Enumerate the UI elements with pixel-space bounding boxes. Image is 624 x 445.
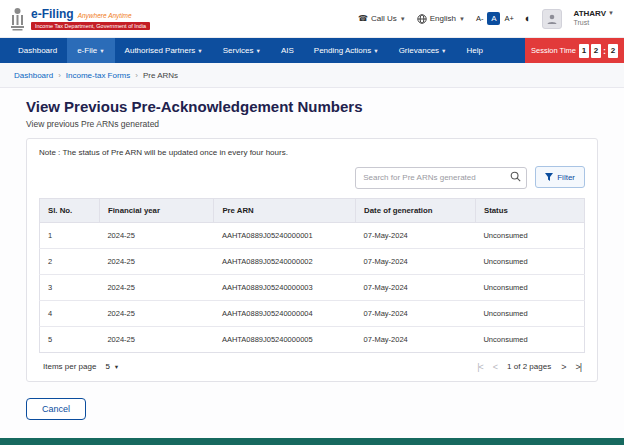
search-icon[interactable] (510, 171, 521, 182)
font-increase-button[interactable]: A+ (504, 14, 513, 23)
top-header: e-Filing Anywhere Anytime Income Tax Dep… (0, 0, 624, 38)
pre-arn-table: Sl. No. Financial year Pre ARN Date of g… (39, 198, 585, 353)
main-content: View Previous Pre-Acknowledgement Number… (0, 88, 624, 438)
nav-spacer (493, 38, 525, 63)
items-per-page: Items per page 5 ▼ (43, 362, 119, 371)
language-menu[interactable]: English ▼ (417, 14, 465, 24)
next-page-button[interactable]: > (561, 362, 565, 372)
table-cell: 3 (40, 274, 100, 300)
col-financial-year: Financial year (99, 198, 213, 222)
govt-emblem-icon (10, 7, 25, 31)
brand: e-Filing Anywhere Anytime Income Tax Dep… (10, 7, 150, 31)
chevron-down-icon: ▼ (400, 16, 406, 22)
table-row: 22024-25AAHTA0889J0524000000207-May-2024… (40, 248, 585, 274)
call-us-menu[interactable]: ☎ Call Us ▼ (358, 14, 406, 23)
nav-item-services[interactable]: Services ▼ (213, 38, 271, 63)
chevron-down-icon: ▼ (197, 48, 202, 54)
chevron-down-icon: ▼ (114, 364, 119, 370)
nav-item-dashboard[interactable]: Dashboard (8, 38, 67, 63)
table-cell: Unconsumed (475, 274, 584, 300)
footer-strip (0, 438, 624, 445)
breadcrumb-pre-arns: Pre ARNs (143, 71, 178, 80)
table-cell: 07-May-2024 (356, 274, 476, 300)
breadcrumb-separator: › (135, 71, 138, 80)
avatar (542, 9, 562, 29)
session-colon: : (603, 46, 606, 56)
table-cell: 07-May-2024 (356, 248, 476, 274)
brand-tagline: Anywhere Anytime (78, 12, 132, 19)
table-cell: 5 (40, 326, 100, 352)
breadcrumb: Dashboard › Income-tax Forms › Pre ARNs (0, 63, 624, 88)
chevron-down-icon: ▼ (255, 48, 260, 54)
nav-item-ais[interactable]: AIS (271, 38, 304, 63)
breadcrumb-dashboard[interactable]: Dashboard (14, 71, 53, 80)
first-page-button[interactable]: |< (477, 362, 483, 372)
status-note: Note : The status of Pre ARN will be upd… (39, 148, 585, 157)
chevron-down-icon: ▼ (373, 48, 378, 54)
session-digit: 2 (608, 44, 618, 58)
table-cell: AAHTA0889J05240000001 (214, 222, 356, 248)
contrast-toggle-icon[interactable]: ◐ (525, 13, 532, 24)
table-cell: 1 (40, 222, 100, 248)
font-decrease-button[interactable]: A- (476, 14, 484, 23)
col-sl-no: Sl. No. (40, 198, 100, 222)
pre-arn-table-body: 12024-25AAHTA0889J0524000000107-May-2024… (40, 222, 585, 352)
nav-item-help[interactable]: Help (457, 38, 493, 63)
phone-icon: ☎ (358, 14, 368, 23)
font-normal-button[interactable]: A (487, 12, 500, 25)
table-row: 12024-25AAHTA0889J0524000000107-May-2024… (40, 222, 585, 248)
user-name: ATHARV (573, 9, 606, 19)
search-row: Filter (39, 166, 585, 189)
pager-controls: |< < 1 of 2 pages > >| (477, 362, 581, 372)
table-row: 42024-25AAHTA0889J0524000000407-May-2024… (40, 300, 585, 326)
session-timer-label: Session Time (531, 46, 576, 55)
table-cell: 07-May-2024 (356, 222, 476, 248)
table-cell: 07-May-2024 (356, 300, 476, 326)
chevron-down-icon: ▼ (441, 48, 446, 54)
col-pre-arn: Pre ARN (214, 198, 356, 222)
user-menu[interactable]: ATHARV ▼ Trust (573, 9, 614, 28)
table-cell: 2024-25 (99, 248, 213, 274)
last-page-button[interactable]: >| (575, 362, 581, 372)
main-nav: Dashboard e-File ▼ Authorised Partners ▼… (0, 38, 624, 63)
filter-funnel-icon (545, 173, 553, 181)
nav-item-pending-actions[interactable]: Pending Actions ▼ (304, 38, 389, 63)
app-root: e-Filing Anywhere Anytime Income Tax Dep… (0, 0, 624, 445)
brand-department: Income Tax Department, Government of Ind… (31, 22, 150, 30)
cancel-button[interactable]: Cancel (26, 398, 86, 420)
items-per-page-label: Items per page (43, 362, 96, 371)
nav-item-grievances[interactable]: Grievances ▼ (389, 38, 457, 63)
chevron-down-icon: ▼ (459, 16, 465, 22)
table-cell: AAHTA0889J05240000005 (214, 326, 356, 352)
col-status: Status (475, 198, 584, 222)
page-info: 1 of 2 pages (507, 362, 551, 371)
search-input[interactable] (355, 167, 527, 189)
page-subtitle: View previous Pre ARNs generated (26, 119, 598, 129)
table-cell: 2024-25 (99, 326, 213, 352)
nav-item-authorised-partners[interactable]: Authorised Partners ▼ (115, 38, 213, 63)
table-cell: Unconsumed (475, 326, 584, 352)
session-digit: 2 (591, 44, 601, 58)
items-per-page-select[interactable]: 5 ▼ (105, 362, 119, 371)
table-cell: AAHTA0889J05240000002 (214, 248, 356, 274)
nav-item-e-file[interactable]: e-File ▼ (67, 38, 114, 63)
prev-page-button[interactable]: < (493, 362, 497, 372)
filter-button[interactable]: Filter (535, 166, 585, 188)
table-header-row: Sl. No. Financial year Pre ARN Date of g… (40, 198, 585, 222)
breadcrumb-separator: › (58, 71, 61, 80)
session-digit: 1 (579, 44, 589, 58)
table-row: 32024-25AAHTA0889J0524000000307-May-2024… (40, 274, 585, 300)
table-cell: AAHTA0889J05240000003 (214, 274, 356, 300)
call-us-label: Call Us (371, 14, 397, 23)
table-cell: AAHTA0889J05240000004 (214, 300, 356, 326)
font-size-controls: A- A A+ (476, 12, 514, 25)
language-label: English (430, 14, 456, 23)
brand-title: e-Filing (31, 7, 74, 21)
page-title: View Previous Pre-Acknowledgement Number… (26, 98, 598, 115)
table-cell: 2024-25 (99, 300, 213, 326)
breadcrumb-income-tax-forms[interactable]: Income-tax Forms (66, 71, 130, 80)
session-timer-digits: 12:2 (579, 44, 618, 58)
search-box (355, 166, 527, 189)
pre-arn-card: Note : The status of Pre ARN will be upd… (26, 138, 598, 382)
table-cell: 2024-25 (99, 274, 213, 300)
